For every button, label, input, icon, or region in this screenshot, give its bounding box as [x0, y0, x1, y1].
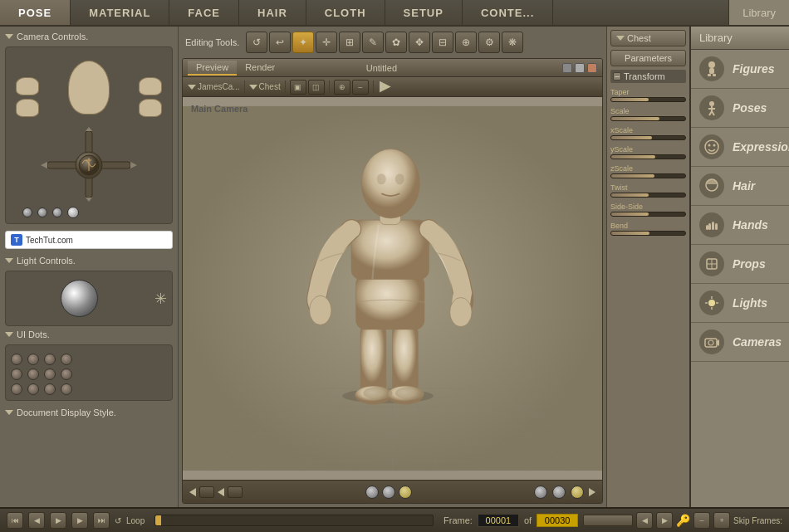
playback-skip-start[interactable]: ⏮	[7, 512, 23, 529]
dot-3[interactable]	[44, 354, 56, 365]
library-item-cameras[interactable]: Cameras	[691, 323, 789, 362]
nav-left-btn[interactable]: ◀	[636, 512, 653, 529]
dot-11[interactable]	[44, 383, 56, 395]
library-tab[interactable]: Library	[728, 0, 789, 25]
doc-display-toggle[interactable]	[5, 410, 13, 415]
actor-selector[interactable]: JamesCa...	[198, 82, 240, 91]
dot-7[interactable]	[44, 368, 56, 380]
viewport-close[interactable]	[587, 63, 597, 73]
param-slider-4[interactable]	[610, 173, 686, 178]
dot-4[interactable]	[61, 354, 72, 365]
timeline[interactable]	[154, 515, 434, 526]
left-hand-bottom-icon[interactable]	[16, 99, 39, 117]
right-hand-top-icon[interactable]	[139, 77, 162, 95]
dot-1[interactable]	[11, 354, 22, 365]
tool-select[interactable]: ✦	[292, 32, 314, 53]
dot-10[interactable]	[27, 383, 39, 395]
tab-face[interactable]: FACE	[169, 0, 239, 25]
tab-hair[interactable]: HAIR	[239, 0, 306, 25]
dot-12[interactable]	[61, 383, 72, 395]
nav-right-btn[interactable]: ▶	[656, 512, 673, 529]
vp-btn-3[interactable]: ⊕	[334, 80, 350, 95]
head-icon[interactable]	[68, 61, 110, 115]
light-add-icon[interactable]: ✳	[154, 290, 167, 308]
orbital-dot-2[interactable]	[37, 207, 47, 217]
ui-dots-toggle[interactable]	[5, 332, 13, 337]
light-sphere[interactable]	[61, 280, 98, 317]
orbital-dot-4[interactable]	[67, 207, 79, 218]
param-slider-2[interactable]	[610, 135, 686, 140]
viewport-nav-left-arrow[interactable]	[189, 488, 196, 496]
library-item-hands[interactable]: Hands	[691, 206, 789, 245]
params-tab[interactable]: Parameters	[610, 50, 686, 66]
light-controls-toggle[interactable]	[5, 258, 13, 263]
vp-btn-4[interactable]: –	[352, 80, 369, 95]
playback-prev-frame[interactable]: ◀	[28, 512, 45, 529]
tool-settings[interactable]: ⚙	[478, 32, 500, 53]
body-part-selector[interactable]: Chest	[259, 82, 281, 91]
tab-preview[interactable]: Preview	[188, 61, 237, 76]
tool-edit[interactable]: ✎	[362, 32, 384, 53]
body-part-arrow[interactable]	[249, 85, 257, 90]
frame-total-input[interactable]	[537, 514, 578, 527]
playback-next-frame[interactable]: ▶	[71, 512, 88, 529]
nav-minus[interactable]: –	[693, 512, 710, 529]
param-slider-1[interactable]	[610, 116, 686, 121]
playback-play[interactable]: ▶	[50, 512, 66, 529]
camera-controls-toggle[interactable]	[5, 34, 13, 39]
param-slider-3[interactable]	[610, 154, 686, 159]
dot-8[interactable]	[61, 368, 72, 380]
viewport-minimize[interactable]	[562, 63, 572, 73]
nav-circle-2[interactable]	[382, 486, 395, 499]
tool-rotate[interactable]: ↺	[246, 32, 267, 53]
param-slider-0[interactable]	[610, 97, 686, 102]
viewport-nav-right-arrow[interactable]	[589, 488, 595, 496]
vp-play-button[interactable]	[380, 81, 391, 93]
library-item-expression[interactable]: Expression	[691, 128, 789, 167]
library-item-figures[interactable]: Figures	[691, 50, 789, 89]
nav-right-circle-2[interactable]	[552, 486, 566, 499]
tab-setup[interactable]: SETUP	[385, 0, 463, 25]
scroll-thumb-left[interactable]	[583, 515, 633, 526]
dot-6[interactable]	[27, 368, 39, 380]
viewport-3d[interactable]: Main Camera	[183, 97, 602, 480]
frame-current-input[interactable]	[478, 514, 519, 527]
nav-right-circle-3[interactable]	[571, 486, 584, 499]
tool-undo[interactable]: ↩	[269, 32, 291, 53]
right-hand-bottom-icon[interactable]	[139, 99, 162, 117]
tab-cloth[interactable]: CLOTH	[306, 0, 385, 25]
library-item-props[interactable]: Props	[691, 245, 789, 284]
transform-collapse[interactable]: –	[613, 72, 621, 81]
center-body-control[interactable]	[39, 127, 139, 203]
nav-right-circle-1[interactable]	[534, 486, 547, 499]
vp-btn-2[interactable]: ◫	[308, 80, 325, 95]
dot-9[interactable]	[11, 383, 22, 395]
params-header-arrow[interactable]	[616, 36, 625, 41]
vp-btn-1[interactable]: ▣	[290, 80, 306, 95]
tool-zoom[interactable]: ⊕	[455, 32, 477, 53]
library-item-hair[interactable]: Hair	[691, 167, 789, 206]
nav-circle-1[interactable]	[365, 486, 379, 499]
param-slider-7[interactable]	[610, 231, 686, 236]
orbital-dot-3[interactable]	[52, 207, 62, 217]
tool-move[interactable]: ✥	[409, 32, 430, 53]
viewport-frame-btn[interactable]	[199, 486, 214, 498]
tool-extra[interactable]: ❋	[502, 32, 523, 53]
orbital-dot-1[interactable]	[22, 207, 32, 217]
tool-translate[interactable]: ✛	[316, 32, 337, 53]
tool-morph[interactable]: ✿	[385, 32, 407, 53]
param-slider-6[interactable]	[610, 212, 686, 217]
nav-plus[interactable]: +	[713, 512, 730, 529]
actor-selector-arrow[interactable]	[188, 85, 196, 90]
left-hand-top-icon[interactable]	[16, 77, 39, 95]
key-icon[interactable]: 🔑	[676, 514, 690, 527]
tab-content[interactable]: CONTE...	[463, 0, 553, 25]
tab-render[interactable]: Render	[237, 61, 283, 76]
tool-camera-move[interactable]: ⊟	[432, 32, 453, 53]
tab-pose[interactable]: POSE	[0, 0, 71, 25]
tab-material[interactable]: MATERIAL	[71, 0, 169, 25]
viewport-nav-left2[interactable]	[218, 488, 224, 496]
viewport-maximize[interactable]	[575, 63, 585, 73]
library-item-poses[interactable]: Poses	[691, 89, 789, 128]
param-slider-5[interactable]	[610, 193, 686, 198]
